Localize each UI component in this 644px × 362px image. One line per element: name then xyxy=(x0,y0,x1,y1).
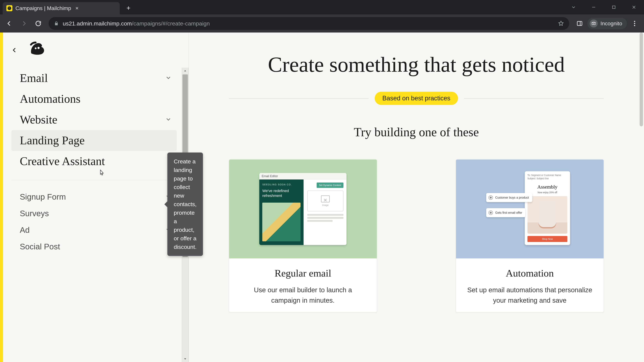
sidebar-item-ad[interactable]: Ad xyxy=(12,222,177,238)
side-panel-button[interactable] xyxy=(573,17,586,30)
window-maximize-button[interactable] xyxy=(604,0,624,14)
nav-forward-button[interactable] xyxy=(18,17,30,30)
miniature-email-panel: To: Segment or Customer Name Subject: Su… xyxy=(525,171,570,245)
card-hero: Email Editor SEEDLING SODA CO. We've red… xyxy=(229,160,377,258)
tab-search-button[interactable] xyxy=(564,0,584,14)
close-tab-button[interactable] xyxy=(74,5,80,11)
miniature-brand: SEEDLING SODA CO. xyxy=(262,183,300,186)
sidebar-item-label: Surveys xyxy=(20,209,49,218)
svg-point-9 xyxy=(38,47,40,49)
new-tab-button[interactable] xyxy=(124,3,133,13)
miniature-to-line: To: Segment or Customer Name xyxy=(528,174,567,177)
scrollbar-thumb[interactable] xyxy=(640,32,643,126)
sidebar-item-label: Landing Page xyxy=(20,134,85,147)
sidebar-item-automations[interactable]: Automations xyxy=(12,88,177,109)
sidebar-item-label: Ad xyxy=(20,225,30,235)
card-regular-email[interactable]: Email Editor SEEDLING SODA CO. We've red… xyxy=(229,159,377,312)
card-description: Set up email automations that personaliz… xyxy=(466,285,594,306)
miniature-brand: Assembly xyxy=(525,184,570,190)
card-row: Email Editor SEEDLING SODA CO. We've red… xyxy=(229,159,604,312)
radio-icon xyxy=(488,195,493,200)
automation-miniature: To: Segment or Customer Name Subject: Su… xyxy=(486,171,574,247)
window-controls xyxy=(564,0,644,14)
window-minimize-button[interactable] xyxy=(584,0,604,14)
browser-tab-title: Campaigns | Mailchimp xyxy=(16,5,71,11)
sidebar-item-creative-assistant[interactable]: Creative Assistant xyxy=(12,151,177,172)
sidebar-item-email[interactable]: Email xyxy=(12,68,177,88)
main-scrollbar[interactable] xyxy=(639,32,644,362)
miniature-product-icon xyxy=(528,196,567,234)
scroll-up-icon[interactable] xyxy=(182,68,188,74)
svg-point-2 xyxy=(10,8,10,8)
chevron-down-icon xyxy=(165,116,172,123)
incognito-indicator[interactable]: Incognito xyxy=(587,18,627,29)
browser-url: us21.admin.mailchimp.com/campaigns/#/cre… xyxy=(63,20,210,27)
sidebar-item-landing-page[interactable]: Landing Page xyxy=(12,130,177,151)
lock-icon xyxy=(54,21,59,26)
sidebar-back-button[interactable] xyxy=(10,45,19,55)
nav-reload-button[interactable] xyxy=(32,17,44,30)
chevron-down-icon xyxy=(165,74,172,82)
mailchimp-logo-icon[interactable] xyxy=(26,39,48,61)
miniature-header: Email Editor xyxy=(259,173,346,179)
svg-point-5 xyxy=(634,21,635,22)
sidebar-divider xyxy=(12,180,177,180)
miniature-image-placeholder: Image xyxy=(307,191,344,211)
nav-back-button[interactable] xyxy=(3,17,16,30)
scroll-down-icon[interactable] xyxy=(182,356,188,362)
best-practices-pill: Based on best practices xyxy=(375,92,458,105)
card-title: Automation xyxy=(466,268,594,279)
tooltip-text: Create a landing page to collect new con… xyxy=(174,158,196,250)
sidebar-item-label: Automations xyxy=(20,92,80,106)
sidebar-item-social-post[interactable]: Social Post xyxy=(12,238,177,255)
sidebar-item-surveys[interactable]: Surveys xyxy=(12,205,177,222)
svg-point-6 xyxy=(634,23,635,24)
incognito-label: Incognito xyxy=(600,20,622,27)
page-viewport: Email Automations Website Landing Page xyxy=(0,32,644,362)
svg-rect-3 xyxy=(612,6,615,8)
sidebar-item-signup-form[interactable]: Signup Form xyxy=(12,189,177,205)
miniature-photo-icon xyxy=(262,203,300,242)
journey-step-chip: Customer buys a product xyxy=(486,193,532,202)
page-headline: Create something that gets noticed xyxy=(266,53,567,77)
browser-toolbar: us21.admin.mailchimp.com/campaigns/#/cre… xyxy=(0,14,644,32)
miniature-text-lines-icon xyxy=(307,214,344,222)
page-subhead: Try building one of these xyxy=(229,125,604,139)
window-close-button[interactable] xyxy=(624,0,644,14)
bookmark-star-button[interactable] xyxy=(558,20,564,27)
pill-divider: Based on best practices xyxy=(229,92,604,105)
email-editor-miniature: Email Editor SEEDLING SODA CO. We've red… xyxy=(259,173,346,245)
sidebar-item-label: Email xyxy=(20,71,48,85)
sidebar-header xyxy=(3,32,188,68)
svg-point-10 xyxy=(35,47,36,49)
sidebar-item-label: Website xyxy=(20,113,57,126)
sidebar-nav: Email Automations Website Landing Page xyxy=(3,68,182,362)
main-content: Create something that gets noticed Based… xyxy=(189,32,644,362)
browser-tab-strip: Campaigns | Mailchimp xyxy=(0,0,644,14)
card-hero: To: Segment or Customer Name Subject: Su… xyxy=(456,160,604,258)
browser-menu-button[interactable] xyxy=(628,17,641,30)
card-automation[interactable]: To: Segment or Customer Name Subject: Su… xyxy=(456,159,604,312)
card-description: Use our email builder to launch a campai… xyxy=(239,285,367,306)
mailchimp-favicon-icon xyxy=(6,5,12,11)
journey-step-chip: Gets first email offer xyxy=(486,208,526,217)
sidebar-item-website[interactable]: Website xyxy=(12,109,177,130)
sidebar: Email Automations Website Landing Page xyxy=(3,32,189,362)
url-host: us21.admin.mailchimp.com xyxy=(63,20,132,27)
svg-rect-4 xyxy=(577,21,582,26)
svg-point-0 xyxy=(8,6,11,10)
svg-point-1 xyxy=(9,7,10,8)
brand-stripe xyxy=(0,32,3,362)
sidebar-item-label: Creative Assistant xyxy=(20,155,105,168)
miniature-slogan: We've redefined refreshment xyxy=(262,189,300,198)
sidebar-tooltip: Create a landing page to collect new con… xyxy=(167,152,203,256)
radio-icon xyxy=(488,211,493,215)
miniature-subject-line: Subject: Subject line xyxy=(528,177,567,180)
incognito-icon xyxy=(590,19,598,27)
browser-tab-active[interactable]: Campaigns | Mailchimp xyxy=(3,2,120,14)
url-path: /campaigns/#/create-campaign xyxy=(132,20,210,27)
browser-omnibox[interactable]: us21.admin.mailchimp.com/campaigns/#/cre… xyxy=(49,17,569,30)
placeholder-label: Image xyxy=(322,204,329,206)
sidebar-item-label: Signup Form xyxy=(20,192,66,201)
chip-label: Customer buys a product xyxy=(495,196,529,199)
